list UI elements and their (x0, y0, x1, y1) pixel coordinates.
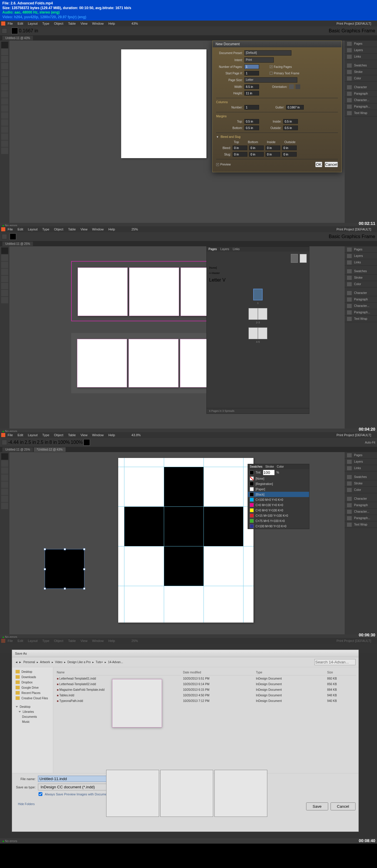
sidebar-downloads[interactable]: Downloads (14, 674, 51, 680)
doc-tab[interactable]: Untitled-11 @ 43% (2, 36, 33, 40)
selection-tool[interactable] (1, 42, 8, 48)
h-field[interactable]: 8 in (50, 440, 57, 445)
file-row[interactable]: ■ Letterhead-Template01.indd10/20/2013 5… (56, 676, 356, 681)
hand-tool[interactable] (1, 290, 8, 296)
tab-color[interactable]: Color (345, 281, 377, 287)
selection-tool[interactable] (1, 453, 8, 460)
bleed-inside[interactable] (265, 146, 280, 150)
menu-object[interactable]: Object (54, 22, 63, 25)
workspace-selector[interactable]: Print Project [DEFAULT] (337, 227, 371, 231)
swatch-row[interactable]: C=15 M=100 Y=100 K=0 (248, 513, 309, 518)
slug-outside[interactable] (282, 152, 297, 157)
doc-tab-1[interactable]: Untitled-11 @ 25% (2, 447, 33, 452)
bleed-bottom[interactable] (249, 146, 264, 150)
tab-character[interactable]: Character (345, 290, 377, 296)
menu-window[interactable]: Window (92, 227, 104, 231)
tab-links[interactable]: Links (345, 259, 377, 266)
direct-selection-tool[interactable] (1, 49, 8, 55)
y-field[interactable]: 2.5 in (24, 440, 36, 445)
zoom-tool[interactable] (1, 297, 8, 303)
always-save-checkbox[interactable] (38, 792, 42, 796)
color-tab[interactable]: Color (277, 465, 284, 468)
pages-panel-tab-pages[interactable]: Pages (208, 248, 217, 251)
tab-paragraph-styles[interactable]: Paragraph... (345, 103, 377, 110)
tab-layers[interactable]: Layers (345, 47, 377, 54)
frame-type-dropdown[interactable]: Basic Graphics Frame (329, 234, 375, 239)
frame-type-dropdown[interactable]: Basic Graphics Frame (329, 28, 375, 33)
pen-tool[interactable] (1, 84, 8, 91)
canvas[interactable]: Swatches Stroke Color Tint: % [None][Reg… (9, 452, 345, 634)
master-a[interactable] (300, 254, 307, 263)
pen-tool[interactable] (1, 482, 8, 488)
stroke-tab[interactable]: Stroke (265, 465, 274, 468)
swatch-row[interactable]: C=0 M=0 Y=100 K=0 (248, 508, 309, 513)
reference-point[interactable] (2, 440, 7, 445)
pages-panel-tab-links[interactable]: Links (233, 248, 239, 251)
breadcrumb[interactable]: ◄ ► Personal ▸ Artwork ▸ Video ▸ Design … (12, 657, 358, 667)
sidebar-libraries[interactable]: Libraries (14, 709, 51, 714)
swatch-row[interactable]: C=100 M=90 Y=10 K=0 (248, 524, 309, 529)
page-size-dropdown[interactable]: Letter V (209, 277, 244, 283)
eyedropper-tool[interactable] (1, 133, 8, 140)
selected-object[interactable] (45, 549, 84, 589)
sidebar-gdrive[interactable]: Google Drive (14, 685, 51, 690)
scale-x[interactable]: 100% (58, 440, 70, 445)
rectangle-tool[interactable] (1, 105, 8, 112)
tab-character-styles[interactable]: Character... (345, 303, 377, 309)
direct-selection-tool[interactable] (1, 254, 8, 261)
portrait-icon[interactable] (289, 84, 294, 89)
menu-type[interactable]: Type (42, 22, 50, 25)
menu-window[interactable]: Window (92, 22, 104, 25)
scissors-tool[interactable] (1, 112, 8, 119)
swatch-row[interactable]: C=100 M=0 Y=0 K=0 (248, 497, 309, 502)
gradient-tool[interactable] (1, 126, 8, 133)
x-field[interactable]: -4.44 in (8, 440, 24, 445)
selection-tool[interactable] (1, 248, 8, 254)
menu-edit[interactable]: Edit (18, 227, 23, 231)
rectangle-tool[interactable] (1, 489, 8, 495)
search-input[interactable] (314, 659, 355, 665)
type-tool[interactable] (1, 70, 8, 76)
cancel-button[interactable]: Cancel (325, 162, 338, 167)
sidebar-documents[interactable]: Documents (14, 714, 51, 719)
page-tool[interactable] (1, 56, 8, 62)
line-tool[interactable] (1, 77, 8, 84)
cancel-button[interactable]: Cancel (330, 802, 356, 810)
width-input[interactable] (244, 84, 259, 89)
zoom-level[interactable]: 25% (132, 227, 138, 231)
master-none[interactable] (291, 254, 298, 263)
tab-pages[interactable]: Pages (345, 40, 377, 47)
slug-top[interactable] (233, 152, 247, 157)
w-field[interactable]: 2.5 in (37, 440, 49, 445)
th-date[interactable]: Date modified (182, 670, 254, 676)
workspace-selector[interactable]: Print Project [DEFAULT] (337, 433, 371, 437)
menu-table[interactable]: Table (68, 22, 76, 25)
th-name[interactable]: Name (56, 670, 181, 676)
rectangle-tool[interactable] (1, 283, 8, 289)
doc-tab-2[interactable]: *Untitled-12 @ 43% (34, 447, 65, 452)
number-input[interactable] (244, 105, 259, 110)
start-page-input[interactable] (244, 71, 259, 75)
autofit-label[interactable]: Auto-Fit (365, 441, 375, 444)
page-thumb-1[interactable] (253, 289, 263, 301)
tab-paragraph[interactable]: Paragraph (345, 91, 377, 97)
menu-help[interactable]: Help (108, 227, 115, 231)
tab-stroke[interactable]: Stroke (345, 69, 377, 75)
fill-swatch[interactable] (84, 439, 90, 445)
direct-selection-tool[interactable] (1, 460, 8, 467)
preset-select[interactable]: [Default] (244, 50, 291, 56)
facing-pages-checkbox[interactable]: ✓ (270, 65, 272, 68)
zoom-tool[interactable] (1, 148, 8, 154)
tab-swatches[interactable]: Swatches (345, 62, 377, 69)
scale-y[interactable]: 100% (70, 440, 83, 445)
sidebar-desktop2[interactable]: Desktop (14, 704, 51, 709)
landscape-icon[interactable] (295, 84, 300, 89)
gap-tool[interactable] (1, 63, 8, 69)
height-input[interactable] (244, 91, 259, 96)
menu-object[interactable]: Object (54, 227, 63, 231)
free-transform-tool[interactable] (1, 119, 8, 126)
tab-paragraph-styles[interactable]: Paragraph... (345, 309, 377, 316)
tab-swatches[interactable]: Swatches (345, 268, 377, 275)
th-size[interactable]: Size (326, 670, 356, 676)
swatch-row[interactable]: [Registration] (248, 481, 309, 487)
